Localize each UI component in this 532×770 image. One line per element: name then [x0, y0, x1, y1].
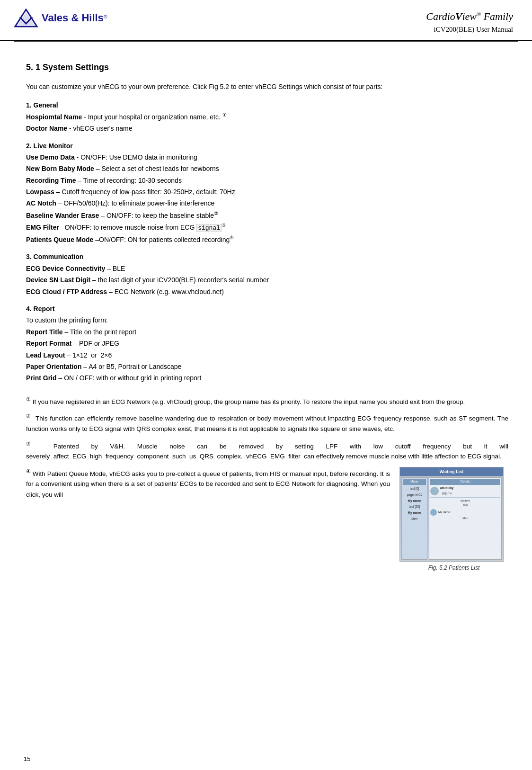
header-right: CardioView® Family iCV200(BLE) User Manu…: [426, 9, 513, 35]
section-title: 5. 1 System Settings: [26, 61, 508, 74]
entry-report-format: Report Format – PDF or JPEG: [26, 338, 508, 349]
note-3: ③ Patented by V&H. Muscle noise can be r…: [26, 439, 508, 462]
notes-section: ① If you have registered in an ECG Netwo…: [26, 395, 508, 573]
subsection-report-title: 4. Report: [26, 304, 508, 314]
figure-52-area: Waiting List Menu test [0] pagenel 01 My…: [399, 467, 508, 573]
figure-52-inner: Waiting List Menu test [0] pagenel 01 My…: [400, 467, 503, 561]
entry-newborn: New Born Baby Mode – Select a set of che…: [26, 163, 508, 174]
entry-hospital-name: Hospiomtal Name - Input your hospital or…: [26, 111, 508, 122]
bottom-area: ④ With Patient Queue Mode, vhECG asks yo…: [26, 467, 508, 573]
entry-lead-layout: Lead Layout – 1×12 or 2×6: [26, 350, 508, 360]
note-4: ④ With Patient Queue Mode, vhECG asks yo…: [26, 467, 390, 500]
subsection-live-title: 2. Live Monitor: [26, 141, 508, 151]
note-2: ② This function can efficiently remove b…: [26, 412, 508, 434]
company-name: Vales & Hills®: [42, 12, 107, 24]
subsection-live-monitor: 2. Live Monitor Use Demo Data - ON/OFF: …: [26, 141, 508, 245]
entry-ecg-cloud: ECG Cloud / FTP Address – ECG Network (e…: [26, 287, 508, 297]
subsection-general: 1. General Hospiomtal Name - Input your …: [26, 100, 508, 134]
company-logo-icon: [14, 9, 38, 27]
figure-52-box: Waiting List Menu test [0] pagenel 01 My…: [399, 467, 504, 562]
entry-doctor-name: Doctor Name - vhECG user's name: [26, 123, 508, 134]
entry-ac-notch: AC Notch – OFF/50/60(Hz): to eliminate p…: [26, 198, 508, 208]
entry-recording-time: Recording Time – Time of recording: 10-3…: [26, 175, 508, 186]
subsection-report: 4. Report To custom the printing form: R…: [26, 304, 508, 384]
subsection-communication: 3. Communication ECG Device Connectivity…: [26, 251, 508, 297]
main-content: 5. 1 System Settings You can customize y…: [0, 42, 532, 587]
entry-patients-queue: Patients Queue Mode –ON/OFF: ON for pati…: [26, 234, 508, 245]
entry-device-sn: Device SN Last Digit – the last digit of…: [26, 275, 508, 285]
header-brand: CardioView® Family: [426, 9, 513, 24]
entry-emg-filter: EMG Filter –ON/OFF: to remove muscle noi…: [26, 222, 508, 233]
entry-baseline: Baseline Wander Erase – ON/OFF: to keep …: [26, 210, 508, 221]
entry-demo-data: Use Demo Data - ON/OFF: Use DEMO data in…: [26, 152, 508, 162]
logo-area: Vales & Hills®: [14, 9, 107, 27]
entry-print-grid: Print Grid – ON / OFF: with or without g…: [26, 373, 508, 383]
entry-paper-orientation: Paper Orientation – A4 or B5, Portrait o…: [26, 361, 508, 372]
intro-paragraph: You can customize your vhECG to your own…: [26, 81, 508, 92]
note-1: ① If you have registered in an ECG Netwo…: [26, 395, 508, 407]
report-intro: To custom the printing form:: [26, 315, 508, 325]
figure-topbar: Waiting List: [400, 467, 503, 476]
page-header: Vales & Hills® CardioView® Family iCV200…: [0, 0, 532, 41]
figure-52-caption: Fig. 5.2 Patients List: [399, 564, 508, 573]
entry-lowpass: Lowpass – Cutoff frequency of low-pass f…: [26, 187, 508, 197]
subsection-general-title: 1. General: [26, 100, 508, 110]
page-number: 15: [24, 755, 30, 762]
entry-ecg-device: ECG Device Connectivity – BLE: [26, 263, 508, 274]
header-subtitle: iCV200(BLE) User Manual: [426, 24, 513, 35]
subsection-comm-title: 3. Communication: [26, 251, 508, 262]
entry-report-title: Report Title – Title on the print report: [26, 327, 508, 337]
